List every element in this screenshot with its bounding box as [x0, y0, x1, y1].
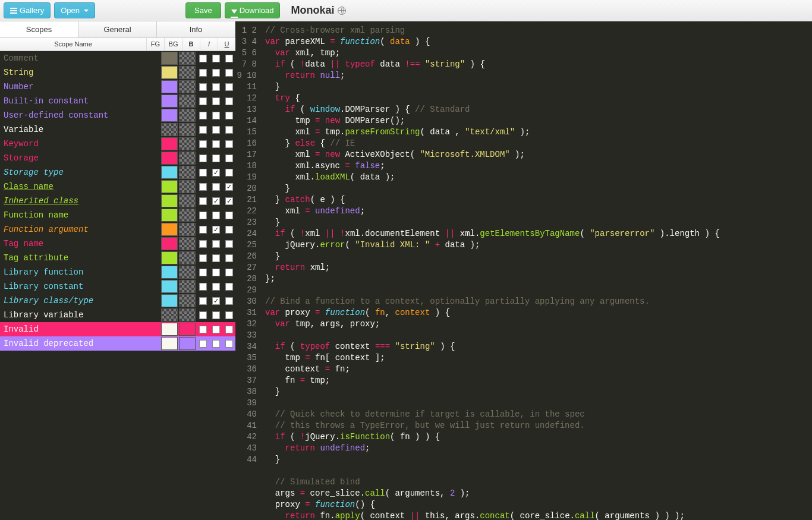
scope-row[interactable]: User-defined constant [0, 108, 235, 122]
open-dropdown-button[interactable]: Open [54, 2, 95, 18]
scope-row[interactable]: Inherited class [0, 194, 235, 208]
bg-swatch[interactable] [179, 237, 196, 250]
u-checkbox[interactable] [222, 197, 235, 205]
scope-row[interactable]: Function argument [0, 222, 235, 237]
i-checkbox[interactable] [209, 155, 222, 162]
gallery-button[interactable]: Gallery [4, 2, 51, 18]
i-checkbox[interactable] [209, 340, 222, 348]
u-checkbox[interactable] [222, 83, 235, 91]
i-checkbox[interactable] [209, 55, 222, 62]
i-checkbox[interactable] [209, 197, 222, 205]
b-checkbox[interactable] [196, 126, 209, 134]
bg-swatch[interactable] [179, 137, 196, 150]
bg-swatch[interactable] [179, 251, 196, 264]
u-checkbox[interactable] [222, 112, 235, 119]
bg-swatch[interactable] [179, 109, 196, 122]
b-checkbox[interactable] [196, 83, 209, 91]
i-checkbox[interactable] [209, 326, 222, 333]
scope-row[interactable]: Storage [0, 151, 235, 165]
fg-swatch[interactable] [161, 237, 178, 250]
u-checkbox[interactable] [222, 97, 235, 105]
u-checkbox[interactable] [222, 212, 235, 219]
fg-swatch[interactable] [161, 251, 178, 264]
b-checkbox[interactable] [196, 311, 209, 319]
i-checkbox[interactable] [209, 297, 222, 305]
bg-swatch[interactable] [179, 94, 196, 108]
b-checkbox[interactable] [196, 254, 209, 262]
scope-row[interactable]: Built-in constant [0, 94, 235, 108]
scope-row[interactable]: Tag attribute [0, 251, 235, 265]
bg-swatch[interactable] [179, 166, 196, 179]
bg-swatch[interactable] [179, 180, 196, 193]
bg-swatch[interactable] [179, 266, 196, 279]
scope-row[interactable]: Invalid [0, 322, 235, 336]
b-checkbox[interactable] [196, 155, 209, 162]
i-checkbox[interactable] [209, 169, 222, 177]
i-checkbox[interactable] [209, 183, 222, 191]
b-checkbox[interactable] [196, 212, 209, 219]
scope-row[interactable]: Library variable [0, 308, 235, 322]
u-checkbox[interactable] [222, 169, 235, 177]
bg-swatch[interactable] [179, 66, 196, 79]
bg-swatch[interactable] [179, 294, 196, 307]
scope-row[interactable]: Number [0, 80, 235, 94]
u-checkbox[interactable] [222, 126, 235, 134]
scope-row[interactable]: Keyword [0, 137, 235, 151]
b-checkbox[interactable] [196, 297, 209, 305]
scope-row[interactable]: Storage type [0, 165, 235, 179]
scope-row[interactable]: Class name [0, 179, 235, 194]
fg-swatch[interactable] [161, 152, 178, 165]
scope-row[interactable]: String [0, 65, 235, 80]
scope-row[interactable]: Function name [0, 208, 235, 222]
scope-row[interactable]: Invalid deprecated [0, 336, 235, 351]
u-checkbox[interactable] [222, 297, 235, 305]
fg-swatch[interactable] [161, 209, 178, 222]
i-checkbox[interactable] [209, 126, 222, 134]
u-checkbox[interactable] [222, 269, 235, 276]
i-checkbox[interactable] [209, 311, 222, 319]
i-checkbox[interactable] [209, 97, 222, 105]
i-checkbox[interactable] [209, 283, 222, 291]
i-checkbox[interactable] [209, 69, 222, 77]
code-area[interactable]: // Cross-browser xml parsing var parseXM… [262, 21, 812, 520]
scope-row[interactable]: Variable [0, 122, 235, 137]
fg-swatch[interactable] [161, 280, 178, 293]
bg-swatch[interactable] [179, 337, 196, 350]
bg-swatch[interactable] [179, 223, 196, 236]
b-checkbox[interactable] [196, 240, 209, 248]
fg-swatch[interactable] [161, 266, 178, 279]
save-button[interactable]: Save [185, 2, 221, 18]
b-checkbox[interactable] [196, 283, 209, 291]
fg-swatch[interactable] [161, 137, 178, 150]
fg-swatch[interactable] [161, 337, 178, 350]
u-checkbox[interactable] [222, 140, 235, 148]
bg-swatch[interactable] [179, 323, 196, 336]
i-checkbox[interactable] [209, 83, 222, 91]
bg-swatch[interactable] [179, 194, 196, 207]
fg-swatch[interactable] [161, 323, 178, 336]
bg-swatch[interactable] [179, 209, 196, 222]
fg-swatch[interactable] [161, 94, 178, 108]
fg-swatch[interactable] [161, 109, 178, 122]
b-checkbox[interactable] [196, 140, 209, 148]
u-checkbox[interactable] [222, 226, 235, 234]
tab-info[interactable]: Info [157, 21, 235, 37]
b-checkbox[interactable] [196, 226, 209, 234]
scope-row[interactable]: Comment [0, 51, 235, 65]
u-checkbox[interactable] [222, 311, 235, 319]
i-checkbox[interactable] [209, 226, 222, 234]
fg-swatch[interactable] [161, 223, 178, 236]
fg-swatch[interactable] [161, 294, 178, 307]
b-checkbox[interactable] [196, 197, 209, 205]
i-checkbox[interactable] [209, 140, 222, 148]
fg-swatch[interactable] [161, 308, 178, 322]
scope-row[interactable]: Library function [0, 265, 235, 279]
bg-swatch[interactable] [179, 280, 196, 293]
bg-swatch[interactable] [179, 123, 196, 136]
u-checkbox[interactable] [222, 69, 235, 77]
fg-swatch[interactable] [161, 194, 178, 207]
bg-swatch[interactable] [179, 52, 196, 65]
tab-general[interactable]: General [78, 21, 157, 37]
fg-swatch[interactable] [161, 123, 178, 136]
download-button[interactable]: Download [225, 2, 281, 18]
